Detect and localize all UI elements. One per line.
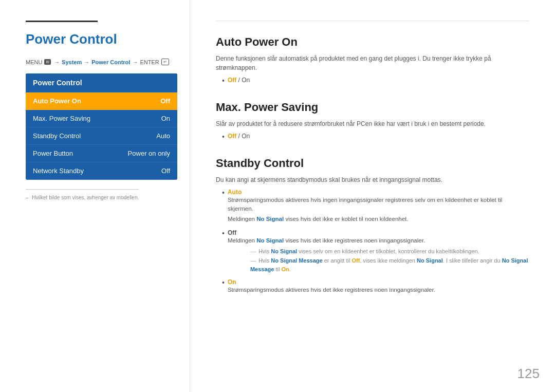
- menu-item-standby-control[interactable]: Standby Control Auto: [26, 127, 177, 145]
- bullet-text: Off / On: [228, 133, 250, 140]
- section-auto-power-on: Auto Power On Denne funksjonen slår auto…: [216, 35, 529, 85]
- bullet-dot: •: [222, 77, 225, 85]
- on-label: On: [228, 278, 236, 286]
- section-standby-control: Standby Control Du kan angi at skjermens…: [216, 157, 529, 296]
- menu-item-max-power-saving[interactable]: Max. Power Saving On: [26, 110, 177, 127]
- menu-item-label: Power Button: [33, 150, 73, 157]
- section-title-auto-power-on: Auto Power On: [216, 35, 529, 49]
- system-link: System: [62, 59, 82, 65]
- menu-box-header: Power Control: [26, 73, 177, 92]
- list-item-auto: • Auto Strømsparingsmodus aktiveres hvis…: [222, 189, 529, 226]
- section-desc-standby-control: Du kan angi at skjermens standbymodus sk…: [216, 175, 529, 184]
- menu-item-value: Off: [161, 167, 170, 175]
- menu-label: MENU: [26, 59, 42, 65]
- menu-box: Power Control Auto Power On Off Max. Pow…: [26, 73, 177, 180]
- section-desc-max-power-saving: Slår av produktet for å redusere strømfo…: [216, 119, 529, 128]
- bullet-dot: •: [222, 133, 225, 141]
- section-max-power-saving: Max. Power Saving Slår av produktet for …: [216, 101, 529, 141]
- list-item: • Off / On: [222, 133, 529, 141]
- menu-item-value: On: [161, 115, 170, 122]
- bullet-content: Auto Strømsparingsmodus aktiveres hvis i…: [228, 189, 529, 226]
- menu-item-value: Auto: [156, 132, 170, 140]
- off-desc1: Meldingen No Signal vises hvis det ikke …: [228, 236, 529, 245]
- list-item-on: • On Strømsparingsmodus aktiveres hvis d…: [222, 278, 529, 296]
- bullet-list-max-power-saving: • Off / On: [216, 133, 529, 141]
- power-control-link: Power Control: [91, 59, 130, 65]
- divider: [26, 189, 139, 190]
- bullet-content: On Strømsparingsmodus aktiveres hvis det…: [228, 278, 435, 296]
- auto-label: Auto: [228, 189, 242, 196]
- bullet-dot: •: [222, 189, 225, 197]
- menu-item-value: Power on only: [128, 150, 170, 157]
- menu-item-label: Auto Power On: [33, 97, 81, 105]
- auto-desc2: Meldingen No Signal vises hvis det ikke …: [228, 215, 529, 223]
- section-title-standby-control: Standby Control: [216, 157, 529, 170]
- menu-item-network-standby[interactable]: Network Standby Off: [26, 162, 177, 180]
- section-desc-auto-power-on: Denne funksjonen slår automatisk på prod…: [216, 54, 529, 72]
- indent-item-1: Hvis No Signal vises selv om en kildeenh…: [250, 247, 529, 256]
- bullet-dot: •: [222, 229, 225, 238]
- bullet-text: Off / On: [228, 77, 250, 84]
- bullet-list-standby-auto: • Auto Strømsparingsmodus aktiveres hvis…: [216, 189, 529, 296]
- right-panel: Auto Power On Denne funksjonen slår auto…: [190, 0, 555, 392]
- off-label: Off: [228, 229, 236, 236]
- auto-desc1: Strømsparingsmodus aktiveres hvis ingen …: [228, 196, 529, 214]
- section-title-max-power-saving: Max. Power Saving: [216, 101, 529, 114]
- top-decorative-line: [26, 21, 98, 22]
- menu-item-label: Max. Power Saving: [33, 115, 90, 122]
- page-number: 125: [517, 366, 540, 382]
- enter-label: ENTER: [140, 59, 159, 65]
- off-indents: Hvis No Signal vises selv om en kildeenh…: [228, 247, 529, 274]
- left-panel: Power Control MENU III → System → Power …: [0, 0, 190, 392]
- bullet-dot: •: [222, 278, 225, 287]
- menu-path: MENU III → System → Power Control → ENTE…: [26, 59, 172, 65]
- menu-icon: III: [44, 59, 51, 65]
- bullet-list-auto-power-on: • Off / On: [216, 77, 529, 85]
- bullet-content: Off Meldingen No Signal vises hvis det i…: [228, 229, 529, 274]
- on-desc1: Strømsparingsmodus aktiveres hvis det ik…: [228, 286, 435, 294]
- menu-item-value: Off: [160, 97, 170, 105]
- page-title: Power Control: [26, 31, 172, 47]
- note-text: – Hvilket bilde som vises, avhenger av m…: [26, 195, 172, 200]
- enter-icon: ↵: [161, 59, 169, 65]
- top-line: [216, 21, 529, 21]
- menu-item-label: Network Standby: [33, 167, 84, 175]
- list-item-off: • Off Meldingen No Signal vises hvis det…: [222, 229, 529, 274]
- menu-item-label: Standby Control: [33, 132, 81, 140]
- menu-item-power-button[interactable]: Power Button Power on only: [26, 145, 177, 162]
- menu-item-auto-power-on[interactable]: Auto Power On Off: [26, 92, 177, 110]
- list-item: • Off / On: [222, 77, 529, 85]
- indent-item-2: Hvis No Signal Message er angitt til Off…: [250, 256, 529, 273]
